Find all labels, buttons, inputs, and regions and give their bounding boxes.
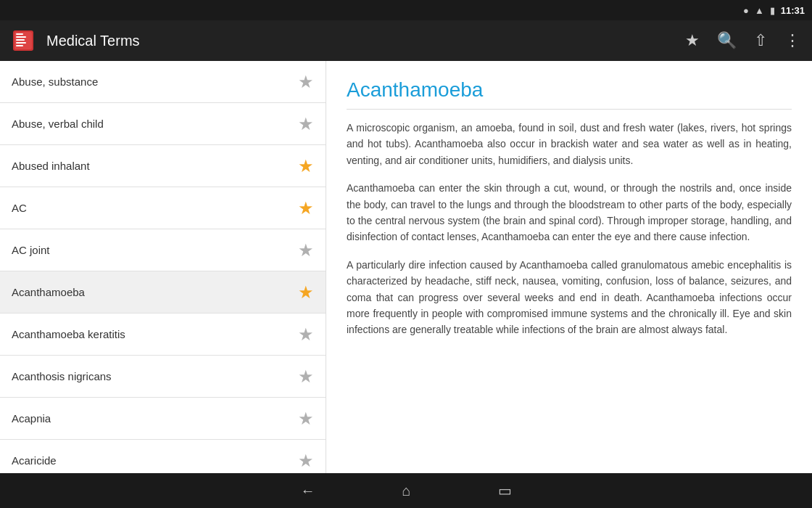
term-detail: Acanthamoeba A microscopic organism, an … — [326, 61, 812, 473]
main-content: Abuse, substance★Abuse, verbal child★Abu… — [0, 61, 812, 473]
term-row[interactable]: Abuse, verbal child★ — [0, 103, 326, 145]
term-name: AC joint — [12, 244, 50, 256]
term-name: Abuse, substance — [12, 75, 98, 88]
app-logo-icon — [12, 28, 38, 54]
svg-rect-2 — [16, 33, 23, 35]
svg-rect-5 — [16, 42, 26, 44]
favorite-star-icon[interactable]: ★ — [298, 198, 314, 218]
term-name: Acanthamoeba — [12, 286, 85, 298]
favorite-star-icon[interactable]: ★ — [298, 366, 314, 387]
location-icon: ● — [743, 5, 749, 16]
app-title: Medical Terms — [46, 33, 685, 49]
term-name: Abused inhalant — [12, 160, 90, 172]
back-button[interactable]: ← — [300, 483, 315, 499]
term-row[interactable]: Abused inhalant★ — [0, 145, 326, 187]
term-name: AC — [12, 202, 27, 214]
term-row[interactable]: Abuse, substance★ — [0, 61, 326, 103]
favorite-star-icon[interactable]: ★ — [298, 282, 314, 303]
favorite-star-icon[interactable]: ★ — [298, 451, 314, 471]
term-row[interactable]: Acanthamoeba keratitis★ — [0, 314, 326, 356]
term-row[interactable]: Acanthamoeba★ — [0, 271, 326, 314]
term-name: Abuse, verbal child — [12, 118, 104, 130]
favorite-star-icon[interactable]: ★ — [298, 114, 314, 134]
term-name: Acaricide — [12, 454, 57, 467]
signal-icon: ▲ — [755, 5, 764, 16]
detail-paragraphs: A microscopic organism, an amoeba, found… — [347, 120, 792, 338]
detail-paragraph: A particularly dire infection caused by … — [347, 257, 792, 338]
svg-rect-4 — [16, 39, 25, 41]
term-name: Acanthamoeba keratitis — [12, 328, 125, 340]
favorite-star-icon[interactable]: ★ — [298, 324, 314, 345]
home-button[interactable]: ⌂ — [402, 483, 410, 499]
term-row[interactable]: AC joint★ — [0, 229, 326, 271]
detail-paragraph: Acanthamoeba can enter the skin through … — [347, 180, 792, 245]
app-bar-actions: ★ 🔍 ⇧ ⋮ — [685, 31, 800, 50]
svg-rect-3 — [16, 36, 26, 38]
term-row[interactable]: Acapnia★ — [0, 398, 326, 440]
battery-icon: ▮ — [770, 5, 775, 16]
status-time: 11:31 — [781, 5, 805, 16]
term-row[interactable]: AC★ — [0, 187, 326, 229]
term-name: Acapnia — [12, 412, 51, 425]
search-icon[interactable]: 🔍 — [717, 31, 737, 50]
term-row[interactable]: Acaricide★ — [0, 440, 326, 473]
app-bar: Medical Terms ★ 🔍 ⇧ ⋮ — [0, 20, 812, 61]
nav-bar: ← ⌂ ▭ — [0, 473, 812, 508]
favorite-star-icon[interactable]: ★ — [298, 409, 314, 429]
detail-paragraph: A microscopic organism, an amoeba, found… — [347, 120, 792, 168]
bookmark-icon[interactable]: ★ — [685, 31, 700, 50]
term-name: Acanthosis nigricans — [12, 370, 112, 382]
status-bar: ● ▲ ▮ 11:31 — [0, 0, 812, 20]
more-icon[interactable]: ⋮ — [784, 31, 800, 50]
favorite-star-icon[interactable]: ★ — [298, 156, 314, 176]
share-icon[interactable]: ⇧ — [754, 31, 767, 50]
term-row[interactable]: Acanthosis nigricans★ — [0, 356, 326, 398]
detail-title: Acanthamoeba — [347, 78, 792, 110]
recent-button[interactable]: ▭ — [498, 482, 512, 499]
favorite-star-icon[interactable]: ★ — [298, 72, 314, 92]
svg-rect-6 — [16, 45, 23, 46]
favorite-star-icon[interactable]: ★ — [298, 240, 314, 261]
term-list[interactable]: Abuse, substance★Abuse, verbal child★Abu… — [0, 61, 326, 473]
